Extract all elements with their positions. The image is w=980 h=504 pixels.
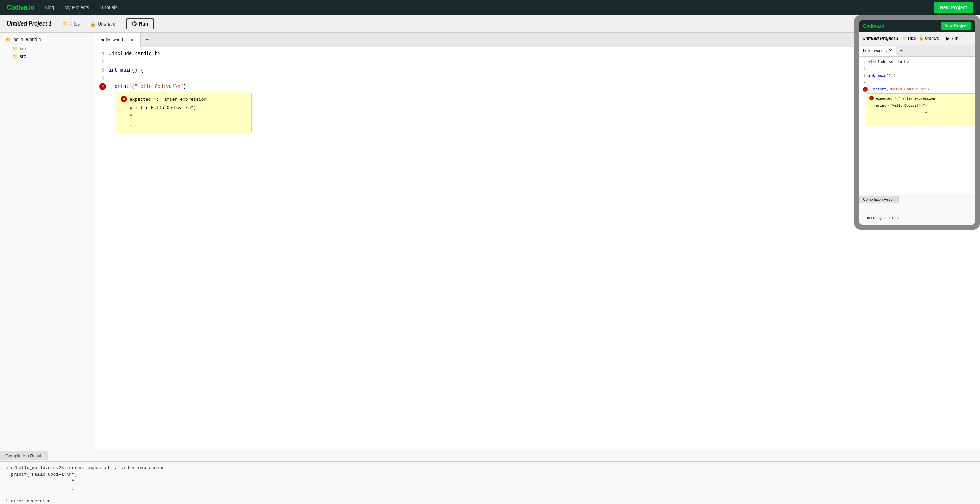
sidebar-item-src[interactable]: 📁 src: [5, 53, 89, 60]
code-line-2: [109, 58, 975, 66]
error-tooltip: ✕ expected ';' after expression printf("…: [116, 92, 252, 134]
mobile-nav: Codiva.io New Project: [859, 20, 975, 32]
bin-folder-icon: 📁: [12, 46, 18, 51]
error-line-2: printf("Hello Codiva!\n"): [130, 104, 207, 112]
mobile-toolbar: Untitled Project 1 📁 Files 🔒 Unshare ▶ R…: [859, 32, 975, 45]
files-icon: 📁: [62, 21, 68, 27]
error-line-3: ^: [130, 112, 207, 120]
mobile-tooltip-error-dot: ✕: [869, 96, 874, 100]
nav-tutorials[interactable]: Tutorials: [99, 5, 118, 10]
code-area[interactable]: 1 2 3 4 5 #include <stdio.h>: [95, 47, 980, 450]
mobile-code-line-4: [869, 79, 975, 86]
code-panel: hello_world.c ✕ + 1 2 3 4 5: [95, 33, 980, 450]
mobile-code-line-5: ✕ printf("Hello Codiva!\n"): [869, 86, 975, 93]
mobile-tabs: hello_world.c ✕ +: [859, 45, 975, 57]
mobile-code-line-2: [869, 65, 975, 72]
code-string: "Hello Codiva!\n": [135, 82, 183, 91]
mobile-error-dot: ✕: [863, 87, 868, 92]
sidebar: 📂 hello_world.c 📁 bin 📁 src: [0, 33, 95, 450]
mobile-code-line-1: #include <stdio.h>: [869, 59, 975, 65]
error-tooltip-content: expected ';' after expression printf("He…: [130, 96, 207, 128]
sidebar-item-bin[interactable]: 📁 bin: [5, 45, 89, 53]
mobile-tab-close[interactable]: ✕: [889, 48, 892, 53]
mobile-files-btn[interactable]: 📁 Files: [902, 36, 916, 40]
compilation-tab[interactable]: Compilation Result: [0, 450, 980, 462]
tab-close-button[interactable]: ✕: [129, 37, 135, 43]
new-project-button[interactable]: New Project: [934, 2, 973, 13]
code-fn-main: main: [121, 66, 132, 74]
mobile-run-icon: ▶: [946, 36, 950, 41]
mobile-brand: Codiva.io: [863, 23, 885, 29]
nav-blog[interactable]: Blog: [45, 5, 54, 10]
mobile-error-tip-header: ✕ expected ';' after expression printf("…: [869, 96, 972, 123]
mobile-compilation-panel: Compilation Result ; 1 error generated.: [859, 194, 975, 225]
mobile-new-project-button[interactable]: New Project: [941, 22, 971, 30]
main-layout: 📂 hello_world.c 📁 bin 📁 src hello_world.…: [0, 33, 980, 504]
mobile-tooltip-text: expected ';' after expression printf("He…: [876, 96, 935, 123]
nav-my-projects[interactable]: My Projects: [64, 5, 89, 10]
compilation-panel: Compilation Result src/hello_world.c:5:2…: [0, 450, 980, 504]
mobile-compilation-tab-bar: Compilation Result: [859, 195, 975, 204]
editor-area: 📂 hello_world.c 📁 bin 📁 src hello_world.…: [0, 33, 980, 450]
tab-filename: hello_world.c: [101, 37, 127, 42]
mobile-compilation-content: ; 1 error generated.: [859, 204, 975, 222]
lock-icon: 🔒: [90, 21, 95, 27]
mobile-code-area: hello_world.c ✕ + 1 2 3 4 5 #include <st…: [859, 45, 975, 225]
mobile-line-numbers: 1 2 3 4 5: [859, 59, 869, 192]
mobile-code-lines: #include <stdio.h> int main() { ✕ printf…: [869, 59, 975, 192]
code-lines: #include <stdio.h> int main() {: [109, 50, 980, 134]
nav-links: Blog My Projects Tutorials: [45, 5, 934, 10]
mobile-code-line-3: int main() {: [869, 72, 975, 79]
toolbar: Untitled Project 1 📁 Files 🔒 Unshare Run: [0, 15, 980, 33]
unshare-button[interactable]: 🔒 Unshare: [90, 21, 116, 27]
top-nav: Codiva.io Blog My Projects Tutorials New…: [0, 0, 980, 15]
src-folder-icon: 📁: [12, 54, 18, 59]
mobile-project-title: Untitled Project 1: [862, 36, 899, 41]
root-folder-icon: 📂: [5, 37, 11, 42]
run-button[interactable]: Run: [126, 18, 154, 29]
mobile-file-tab[interactable]: hello_world.c ✕: [859, 46, 896, 56]
mobile-error-tooltip: ✕ expected ';' after expression printf("…: [865, 93, 975, 125]
tabs-bar: hello_world.c ✕ +: [95, 33, 980, 47]
mobile-unshare-btn[interactable]: 🔒 Unshare: [919, 36, 939, 40]
run-icon: [132, 21, 137, 26]
mobile-inner: Codiva.io New Project Untitled Project 1…: [859, 20, 975, 225]
code-line-1: #include <stdio.h>: [109, 50, 975, 58]
code-printf: printf: [115, 82, 132, 91]
mobile-compilation-tab: Compilation Result: [859, 196, 899, 203]
mobile-code-content: 1 2 3 4 5 #include <stdio.h> int main() …: [859, 57, 975, 194]
error-indicator: ✕: [99, 83, 106, 90]
files-button[interactable]: 📁 Files: [62, 21, 80, 27]
compilation-content: src/hello_world.c:5:28: error: expected …: [0, 462, 980, 504]
error-tooltip-header: ✕ expected ';' after expression printf("…: [121, 96, 247, 128]
code-keyword-int: int: [109, 66, 118, 74]
error-line-1: expected ';' after expression: [130, 96, 207, 104]
tab-add-button[interactable]: +: [140, 33, 154, 47]
code-line-3: int main() {: [109, 66, 975, 74]
sidebar-root-item[interactable]: 📂 hello_world.c: [5, 37, 89, 42]
mobile-tab-add[interactable]: +: [896, 45, 906, 57]
error-dot-small: ✕: [121, 96, 127, 102]
code-line-5: ✕ printf("Hello Codiva!\n"): [109, 82, 975, 91]
code-content: 1 2 3 4 5 #include <stdio.h>: [95, 47, 980, 136]
error-line-4: ;: [130, 120, 207, 128]
nav-brand[interactable]: Codiva.io: [7, 4, 34, 11]
line-numbers: 1 2 3 4 5: [95, 50, 109, 134]
code-line-4: [109, 74, 975, 82]
code-text-1: #include <stdio.h>: [109, 50, 160, 58]
file-tab[interactable]: hello_world.c ✕: [95, 33, 140, 47]
mobile-preview: Codiva.io New Project Untitled Project 1…: [854, 15, 980, 230]
project-title: Untitled Project 1: [7, 21, 52, 27]
mobile-run-button[interactable]: ▶ Run: [943, 35, 962, 42]
